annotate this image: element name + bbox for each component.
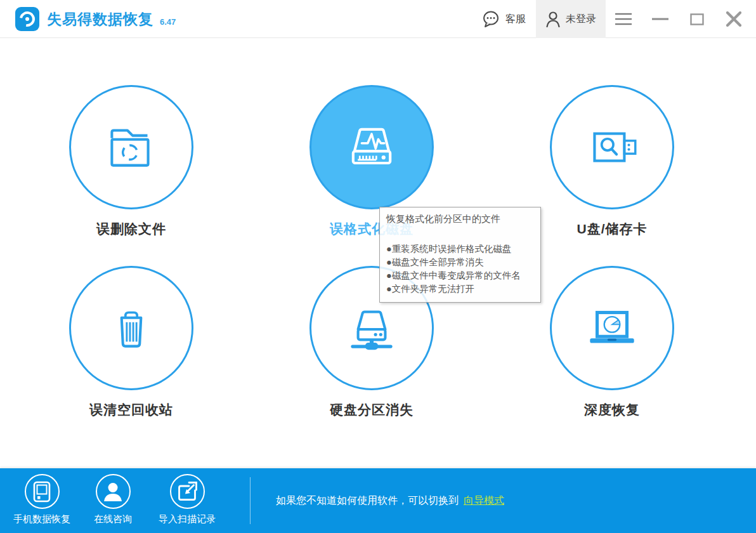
- tooltip-title: 恢复格式化前分区中的文件: [386, 213, 534, 225]
- close-button[interactable]: [719, 0, 748, 38]
- login-button[interactable]: 未登录: [536, 0, 606, 38]
- online-consult-label: 在线咨询: [74, 513, 152, 525]
- bullet-icon: ●: [386, 257, 392, 267]
- mode-deep-recovery[interactable]: 深度恢复: [530, 266, 694, 419]
- mode-deleted-files-circle[interactable]: [69, 85, 193, 209]
- mode-usb-storage-card-label: U盘/储存卡: [530, 220, 694, 238]
- import-scan-records-circle[interactable]: [170, 474, 205, 509]
- footer-hint-text: 如果您不知道如何使用软件，可以切换到: [276, 494, 459, 508]
- mode-lost-partition-label: 硬盘分区消失: [289, 401, 454, 419]
- tooltip-bullet: ●磁盘文件中毒变成异常的文件名: [386, 269, 534, 282]
- minimize-icon: [652, 17, 668, 21]
- import-icon: [176, 481, 198, 503]
- app-logo-icon: [15, 7, 39, 31]
- menu-button[interactable]: [610, 0, 637, 38]
- tooltip-bullet-text: 重装系统时误操作格式化磁盘: [392, 244, 512, 254]
- bullet-icon: ●: [386, 284, 392, 294]
- mode-deleted-files-label: 误删除文件: [49, 220, 214, 238]
- usb-search-icon: [581, 116, 643, 178]
- footer-hint: 如果您不知道如何使用软件，可以切换到 向导模式: [276, 468, 504, 533]
- tooltip-bullet-text: 文件夹异常无法打开: [392, 284, 475, 294]
- online-consult-button[interactable]: 在线咨询: [74, 474, 152, 525]
- folder-recycle-icon: [100, 116, 162, 178]
- minimize-button[interactable]: [647, 0, 674, 38]
- mode-deep-recovery-label: 深度恢复: [530, 401, 694, 419]
- tooltip-bullet-text: 磁盘文件全部异常消失: [392, 257, 484, 267]
- hamburger-menu-icon: [615, 12, 632, 26]
- chat-bubble-icon: [481, 10, 500, 28]
- mode-usb-storage-card[interactable]: U盘/储存卡: [530, 85, 694, 238]
- trash-can-icon: [100, 297, 162, 359]
- online-consult-circle[interactable]: [96, 474, 131, 509]
- bullet-icon: ●: [386, 244, 392, 254]
- tooltip-bullet: ●磁盘文件全部异常消失: [386, 256, 534, 269]
- mode-emptied-recycle-bin[interactable]: 误清空回收站: [49, 266, 214, 419]
- mode-emptied-recycle-bin-label: 误清空回收站: [49, 401, 214, 419]
- import-scan-records-button[interactable]: 导入扫描记录: [148, 474, 226, 525]
- laptop-pie-icon: [581, 297, 643, 359]
- app-window: 失易得数据恢复 6.47 客服 未登录: [0, 0, 756, 533]
- logo-dot: [25, 17, 29, 21]
- footer-divider: [250, 477, 251, 524]
- tooltip-spacer: [386, 225, 534, 242]
- tooltip-bullet: ●重装系统时误操作格式化磁盘: [386, 242, 534, 256]
- maximize-icon: [690, 13, 704, 25]
- footer-bar: 手机数据恢复 在线咨询 导入扫描记录: [0, 468, 756, 533]
- disk-waveform-icon: [340, 115, 403, 179]
- import-scan-records-label: 导入扫描记录: [148, 513, 226, 525]
- mode-usb-storage-card-circle[interactable]: [550, 85, 674, 209]
- tooltip-bullet: ●文件夹异常无法打开: [386, 282, 534, 296]
- phone-data-recovery-circle[interactable]: [25, 474, 60, 509]
- customer-service-label: 客服: [505, 13, 526, 26]
- login-label: 未登录: [566, 13, 596, 26]
- close-icon: [726, 11, 741, 27]
- bullet-icon: ●: [386, 270, 392, 280]
- tooltip-bullet-text: 磁盘文件中毒变成异常的文件名: [392, 270, 521, 280]
- customer-service-button[interactable]: 客服: [474, 0, 533, 38]
- phone-data-recovery-button[interactable]: 手机数据恢复: [3, 474, 81, 525]
- drive-network-icon: [341, 297, 403, 359]
- person-icon: [102, 482, 124, 502]
- user-icon: [545, 11, 561, 27]
- mode-formatted-disk-tooltip: 恢复格式化前分区中的文件 ●重装系统时误操作格式化磁盘 ●磁盘文件全部异常消失 …: [379, 207, 541, 303]
- maximize-button[interactable]: [684, 0, 710, 38]
- phone-icon: [32, 481, 51, 503]
- app-version: 6.47: [160, 17, 176, 27]
- title-bar: 失易得数据恢复 6.47 客服 未登录: [0, 0, 756, 38]
- phone-data-recovery-label: 手机数据恢复: [3, 513, 81, 525]
- mode-deleted-files[interactable]: 误删除文件: [49, 85, 214, 238]
- mode-emptied-recycle-bin-circle[interactable]: [69, 266, 193, 390]
- wizard-mode-link[interactable]: 向导模式: [464, 494, 504, 508]
- app-title: 失易得数据恢复: [47, 10, 153, 29]
- mode-formatted-disk-circle[interactable]: [310, 85, 434, 209]
- mode-deep-recovery-circle[interactable]: [550, 266, 674, 390]
